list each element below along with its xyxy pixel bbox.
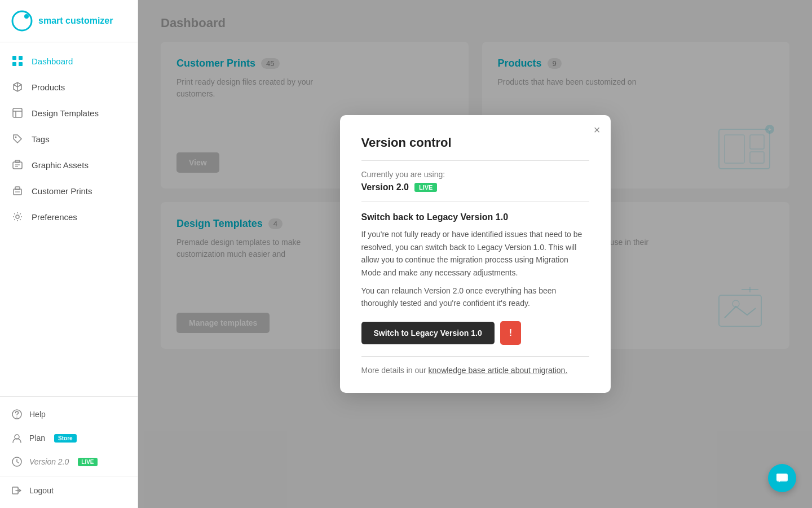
sidebar-item-tags[interactable]: Tags: [0, 126, 138, 152]
preferences-icon: [11, 211, 24, 223]
sidebar-item-version[interactable]: Version 2.0 LIVE: [0, 450, 138, 474]
sidebar-item-label-tags: Tags: [32, 134, 50, 144]
version-control-modal: × Version control Currently you are usin…: [340, 115, 611, 392]
sidebar-item-products[interactable]: Products: [0, 74, 138, 100]
main-content: Dashboard Customer Prints 45 Print ready…: [138, 0, 812, 508]
modal-kb-text: More details in our knowledge base artic…: [361, 366, 589, 375]
sidebar-item-plan[interactable]: Plan Store: [0, 426, 138, 450]
sidebar-item-label-customer-prints: Customer Prints: [32, 186, 92, 196]
svg-rect-4: [12, 62, 16, 66]
svg-point-19: [16, 417, 17, 418]
tags-icon: [11, 133, 24, 145]
modal-using-label: Currently you are using:: [361, 170, 589, 179]
modal-body-text-1: If you're not fully ready or have identi…: [361, 228, 589, 279]
sidebar-item-label-graphic-assets: Graphic Assets: [32, 160, 89, 170]
svg-point-17: [16, 215, 19, 218]
svg-rect-5: [19, 62, 23, 66]
design-templates-icon: [11, 107, 24, 119]
app-logo-icon: [11, 10, 33, 32]
sidebar-logo: smart customizer: [0, 0, 138, 42]
app-name: smart customizer: [38, 16, 113, 26]
svg-rect-3: [19, 56, 23, 60]
modal-live-badge: LIVE: [414, 183, 437, 192]
sidebar-item-customer-prints[interactable]: Customer Prints: [0, 178, 138, 204]
store-badge: Store: [54, 434, 77, 443]
sidebar-item-graphic-assets[interactable]: Graphic Assets: [0, 152, 138, 178]
modal-divider-3: [361, 356, 589, 357]
svg-point-9: [15, 137, 17, 138]
svg-rect-15: [15, 187, 20, 190]
plan-label: Plan: [29, 433, 45, 443]
sidebar-bottom: Help Plan Store Version 2.0 LIVE Logout: [0, 396, 138, 508]
logout-icon: [11, 485, 23, 496]
modal-title: Version control: [361, 135, 589, 150]
svg-point-0: [12, 11, 32, 30]
chat-icon: [775, 471, 789, 485]
sidebar-navigation: Dashboard Products Design Templates Tags: [0, 42, 138, 396]
modal-version-text: Version 2.0: [361, 182, 409, 192]
svg-rect-11: [15, 160, 20, 163]
sidebar-item-design-templates[interactable]: Design Templates: [0, 100, 138, 126]
warning-button[interactable]: !: [500, 321, 521, 345]
svg-rect-2: [12, 56, 16, 60]
sidebar-item-dashboard[interactable]: Dashboard: [0, 48, 138, 74]
sidebar-item-label-dashboard: Dashboard: [32, 56, 73, 66]
svg-rect-10: [13, 162, 22, 169]
modal-body-text-2: You can relaunch Version 2.0 once everyt…: [361, 284, 589, 310]
modal-section-title: Switch back to Legacy Version 1.0: [361, 212, 589, 222]
help-label: Help: [29, 410, 46, 419]
sidebar-item-label-design-templates: Design Templates: [32, 108, 99, 118]
logout-label: Logout: [29, 486, 54, 495]
modal-version-row: Version 2.0 LIVE: [361, 182, 589, 192]
sidebar-item-label-preferences: Preferences: [32, 212, 77, 222]
sidebar-item-preferences[interactable]: Preferences: [0, 204, 138, 230]
switch-to-legacy-button[interactable]: Switch to Legacy Version 1.0: [361, 322, 495, 344]
sidebar: smart customizer Dashboard Products Desi…: [0, 0, 138, 508]
version-label: Version 2.0: [29, 457, 69, 466]
modal-divider-2: [361, 202, 589, 202]
svg-rect-6: [13, 108, 22, 117]
modal-actions: Switch to Legacy Version 1.0 !: [361, 321, 589, 345]
modal-close-button[interactable]: ×: [594, 124, 601, 135]
version-live-badge: LIVE: [78, 458, 97, 466]
plan-icon: [11, 432, 23, 444]
modal-overlay: × Version control Currently you are usin…: [138, 0, 812, 508]
customer-prints-icon: [11, 185, 24, 197]
dashboard-icon: [11, 55, 24, 67]
version-icon: [11, 456, 23, 467]
sidebar-item-label-products: Products: [32, 82, 65, 92]
modal-kb-link[interactable]: knowledge base article about migration.: [429, 366, 568, 375]
sidebar-item-help[interactable]: Help: [0, 402, 138, 426]
svg-point-1: [24, 14, 29, 19]
help-icon: [11, 409, 23, 420]
modal-divider-1: [361, 160, 589, 161]
sidebar-item-logout[interactable]: Logout: [0, 479, 138, 502]
chat-button[interactable]: [768, 464, 796, 492]
graphic-assets-icon: [11, 159, 24, 171]
products-icon: [11, 81, 24, 93]
